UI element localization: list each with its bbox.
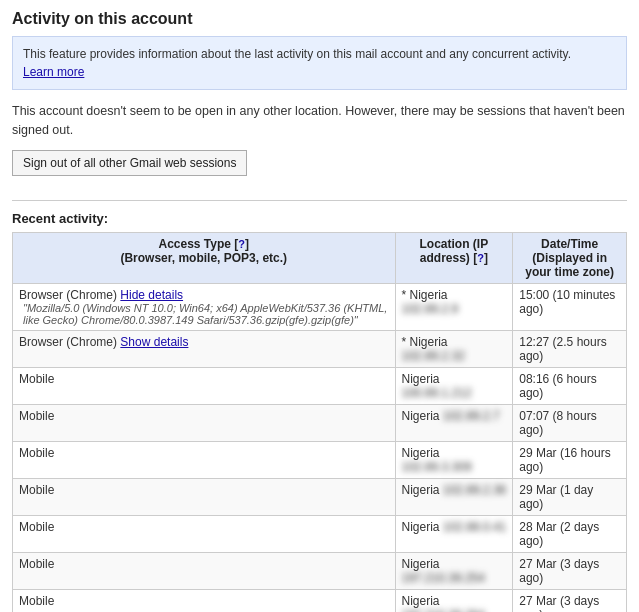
col-header-location-label: Location (IP address) [?] [420,237,489,265]
ip-address: 102.89.2.36 [443,483,506,497]
session-notice: This account doesn't seem to be open in … [12,102,627,140]
cell-datetime: 08:16 (6 hours ago) [513,367,627,404]
cell-access-type: Browser (Chrome) Hide details"Mozilla/5.… [13,283,396,330]
col-header-datetime-label: Date/Time [541,237,598,251]
cell-datetime: 29 Mar (16 hours ago) [513,441,627,478]
cell-datetime: 27 Mar (3 days ago) [513,552,627,589]
location-text: * Nigeria [402,335,448,349]
cell-location: Nigeria 102.89.2.7 [395,404,513,441]
cell-location: Nigeria 100.89.1.212 [395,367,513,404]
ip-address: 197.210.39.264 [402,608,485,613]
access-type-text: Browser (Chrome) [19,335,120,349]
location-text: Nigeria [402,594,440,608]
hide-details-link[interactable]: Hide details [120,288,183,302]
cell-location: Nigeria 102.89.3.309 [395,441,513,478]
cell-access-type: Mobile [13,367,396,404]
access-type-text: Browser (Chrome) [19,288,120,302]
col-header-location: Location (IP address) [?] [395,232,513,283]
ip-address: 100.89.1.212 [402,386,472,400]
location-text: Nigeria [402,520,443,534]
location-text: Nigeria [402,372,440,386]
learn-more-link[interactable]: Learn more [23,65,84,79]
cell-access-type: Mobile [13,589,396,612]
page-container: Activity on this account This feature pr… [0,0,639,612]
access-type-help-icon[interactable]: ? [238,238,245,250]
cell-location: Nigeria 197.210.39.254 [395,552,513,589]
cell-datetime: 28 Mar (2 days ago) [513,515,627,552]
table-row: Browser (Chrome) Show details* Nigeria 1… [13,330,627,367]
location-text: Nigeria [402,557,440,571]
location-text: * Nigeria [402,288,448,302]
browser-details: "Mozilla/5.0 (Windows NT 10.0; Win64; x6… [19,302,389,326]
page-title: Activity on this account [12,10,627,28]
col-header-access-type: Access Type [?] (Browser, mobile, POP3, … [13,232,396,283]
table-row: MobileNigeria 102.89.2.3629 Mar (1 day a… [13,478,627,515]
info-box-text: This feature provides information about … [23,47,571,61]
ip-address: 197.210.39.254 [402,571,485,585]
table-row: MobileNigeria 100.89.1.21208:16 (6 hours… [13,367,627,404]
table-header-row: Access Type [?] (Browser, mobile, POP3, … [13,232,627,283]
cell-datetime: 29 Mar (1 day ago) [513,478,627,515]
table-row: MobileNigeria 197.210.39.25427 Mar (3 da… [13,552,627,589]
divider [12,200,627,201]
cell-datetime: 27 Mar (3 days ago) [513,589,627,612]
cell-access-type: Mobile [13,404,396,441]
recent-activity-label: Recent activity: [12,211,627,226]
cell-location: * Nigeria 102.89.2.32 [395,330,513,367]
cell-datetime: 15:00 (10 minutes ago) [513,283,627,330]
location-help-icon[interactable]: ? [477,252,484,264]
table-row: MobileNigeria 102.89.3.30929 Mar (16 hou… [13,441,627,478]
col-header-access-type-label: Access Type [?] [158,237,249,251]
cell-datetime: 07:07 (8 hours ago) [513,404,627,441]
cell-access-type: Mobile [13,552,396,589]
col-header-datetime-sublabel: (Displayed in your time zone) [525,251,614,279]
show-details-link[interactable]: Show details [120,335,188,349]
cell-location: Nigeria 102.88.0.41 [395,515,513,552]
table-row: MobileNigeria 197.210.39.26427 Mar (3 da… [13,589,627,612]
cell-location: * Nigeria 102.89.2.9 [395,283,513,330]
sign-out-button[interactable]: Sign out of all other Gmail web sessions [12,150,247,176]
cell-access-type: Browser (Chrome) Show details [13,330,396,367]
location-text: Nigeria [402,483,443,497]
table-row: MobileNigeria 102.89.2.707:07 (8 hours a… [13,404,627,441]
activity-table: Access Type [?] (Browser, mobile, POP3, … [12,232,627,613]
ip-address: 102.89.3.309 [402,460,472,474]
location-text: Nigeria [402,409,443,423]
info-box: This feature provides information about … [12,36,627,90]
ip-address: 102.89.2.7 [443,409,500,423]
table-row: Browser (Chrome) Hide details"Mozilla/5.… [13,283,627,330]
ip-address: 102.89.2.9 [402,302,459,316]
ip-address: 102.89.2.32 [402,349,465,363]
col-header-datetime: Date/Time (Displayed in your time zone) [513,232,627,283]
location-text: Nigeria [402,446,440,460]
col-header-access-type-sublabel: (Browser, mobile, POP3, etc.) [120,251,287,265]
table-row: MobileNigeria 102.88.0.4128 Mar (2 days … [13,515,627,552]
cell-access-type: Mobile [13,515,396,552]
cell-location: Nigeria 197.210.39.264 [395,589,513,612]
cell-location: Nigeria 102.89.2.36 [395,478,513,515]
cell-access-type: Mobile [13,478,396,515]
cell-datetime: 12:27 (2.5 hours ago) [513,330,627,367]
ip-address: 102.88.0.41 [443,520,506,534]
cell-access-type: Mobile [13,441,396,478]
